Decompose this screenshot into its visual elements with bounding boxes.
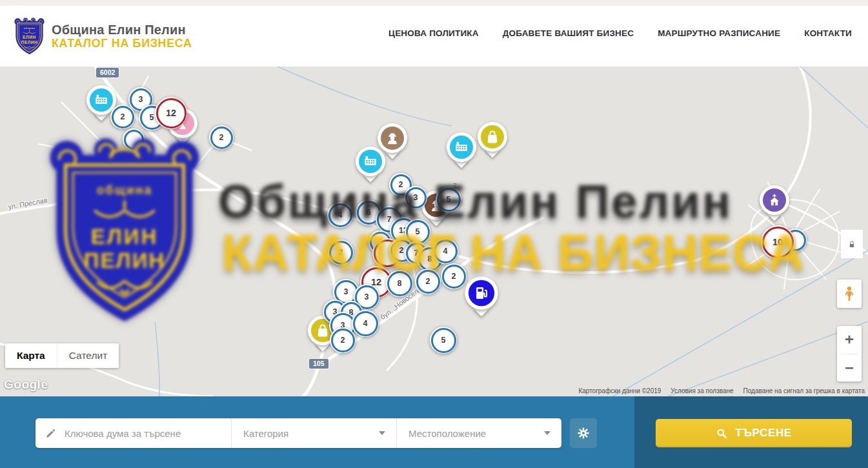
cluster-marker[interactable]: 4: [352, 310, 379, 337]
cluster-count: 5: [406, 220, 430, 244]
church-pin[interactable]: [760, 185, 789, 224]
cluster-marker[interactable]: 2: [110, 105, 135, 129]
location-select-label: Местоположение: [409, 428, 486, 439]
map-canvas[interactable]: 6002105ул. Преславбул. „Новоселци 325122…: [0, 66, 868, 396]
zoom-control: + −: [837, 326, 862, 382]
map-attribution: Картографски данни ©2019 Условия за полз…: [578, 387, 865, 394]
road-number-chip: 6002: [96, 68, 119, 77]
cluster-marker[interactable]: [123, 128, 145, 150]
cluster-marker[interactable]: 5: [436, 187, 461, 212]
nav-item-pricing[interactable]: ЦЕНОВА ПОЛИТИКА: [389, 28, 479, 38]
search-button[interactable]: ТЪРСЕНЕ: [656, 419, 852, 447]
keyword-input[interactable]: [57, 418, 231, 448]
search-bar: Категория Местоположение: [0, 396, 868, 468]
map-type-satellite-button[interactable]: Сателит: [57, 343, 119, 368]
category-select[interactable]: Категория: [231, 418, 396, 448]
cluster-marker[interactable]: 5: [430, 327, 457, 354]
top-strip: [0, 0, 868, 6]
google-logo[interactable]: Google: [4, 378, 48, 392]
cluster-marker[interactable]: 2: [328, 239, 354, 265]
cluster-marker[interactable]: 10: [761, 225, 794, 259]
search-button-label: ТЪРСЕНЕ: [735, 427, 792, 440]
nav-item-route-schedule[interactable]: МАРШРУТНО РАЗПИСАНИЕ: [658, 28, 780, 38]
brand-title: Община Елин Пелин: [52, 23, 192, 37]
cluster-marker[interactable]: 3: [404, 186, 427, 209]
zoom-out-button[interactable]: −: [837, 354, 862, 382]
main-nav: ЦЕНОВА ПОЛИТИКА ДОБАВЕТЕ ВАШИЯТ БИЗНЕС М…: [389, 0, 852, 66]
cluster-count: 4: [328, 203, 352, 227]
category-select-label: Категория: [243, 428, 288, 439]
cluster-count: [124, 130, 144, 150]
map-type-map-button[interactable]: Карта: [5, 343, 57, 368]
cluster-marker[interactable]: 2: [441, 263, 467, 289]
church-icon: [763, 188, 786, 212]
cluster-count: 8: [387, 271, 412, 296]
zoom-in-button[interactable]: +: [837, 326, 862, 354]
cluster-marker[interactable]: 2: [415, 269, 441, 294]
cluster-marker[interactable]: 8: [386, 270, 413, 297]
chevron-down-icon: [379, 431, 385, 435]
attribution-report-error-link[interactable]: Подаване на сигнал за грешка в картата: [743, 387, 865, 394]
lock-icon: [847, 239, 856, 250]
header: Община Елин Пелин КАТАЛОГ НА БИЗНЕСА ЦЕН…: [0, 0, 868, 66]
cluster-marker[interactable]: 2: [330, 327, 356, 353]
pencil-icon: [45, 427, 57, 439]
cluster-count: 2: [442, 265, 466, 289]
municipality-crest-icon: [14, 17, 45, 56]
cluster-count: 5: [431, 328, 456, 353]
factory-pin[interactable]: [356, 147, 385, 185]
factory-icon: [450, 136, 473, 159]
cluster-count: 2: [416, 270, 440, 294]
cluster-count: 2: [210, 127, 233, 149]
scroll-lock-control[interactable]: [841, 230, 863, 258]
keyword-field: [35, 418, 231, 448]
fuel-icon: [469, 280, 494, 306]
cluster-marker[interactable]: 2: [209, 125, 234, 150]
cluster-count: 3: [405, 187, 427, 209]
attribution-terms-link[interactable]: Условия за ползване: [671, 387, 733, 394]
pegman-icon: [841, 283, 858, 304]
road-number-chip: 105: [309, 359, 328, 369]
brand-subtitle: КАТАЛОГ НА БИЗНЕСА: [52, 37, 192, 51]
street-view-pegman-control[interactable]: [837, 280, 862, 308]
brand-logo[interactable]: Община Елин Пелин КАТАЛОГ НА БИЗНЕСА: [14, 17, 192, 56]
bag-pin[interactable]: [478, 122, 507, 161]
search-icon: [716, 427, 728, 440]
cluster-count: 2: [112, 106, 134, 128]
gear-icon: [576, 426, 590, 440]
cluster-marker[interactable]: 12: [155, 97, 187, 129]
cluster-count: 2: [331, 329, 355, 352]
nav-item-contacts[interactable]: КОНТАКТИ: [804, 28, 852, 38]
fuel-pin[interactable]: [465, 276, 498, 320]
chevron-down-icon: [544, 431, 550, 435]
location-select[interactable]: Местоположение: [396, 418, 561, 448]
cluster-marker[interactable]: 4: [432, 238, 458, 264]
map-type-control: Карта Сателит: [5, 343, 119, 368]
factory-icon: [90, 88, 113, 112]
factory-icon: [359, 150, 382, 173]
search-controls: Категория Местоположение: [35, 418, 561, 448]
cluster-count: 4: [434, 239, 458, 263]
cluster-count: 5: [437, 188, 461, 212]
cluster-count: 10: [762, 227, 794, 258]
cluster-count: 12: [156, 98, 187, 128]
page: община ЕЛИН ПЕЛИН Община Елин Пелин КАТА…: [0, 0, 868, 468]
bag-icon: [481, 125, 504, 148]
cluster-count: 2: [329, 241, 353, 265]
factory-pin[interactable]: [447, 132, 476, 171]
attribution-copyright: Картографски данни ©2019: [578, 387, 661, 394]
cluster-marker[interactable]: 4: [327, 202, 353, 228]
cluster-count: 4: [353, 311, 378, 336]
advanced-settings-button[interactable]: [570, 418, 597, 448]
nav-item-add-business[interactable]: ДОБАВЕТЕ ВАШИЯТ БИЗНЕС: [503, 28, 634, 38]
